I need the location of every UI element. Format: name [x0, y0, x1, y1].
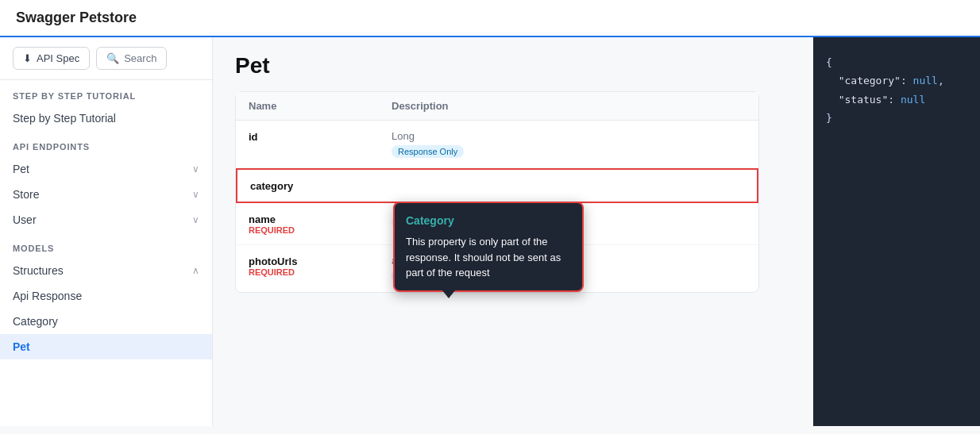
sidebar-toolbar: ⬇ API Spec 🔍 Search — [0, 37, 212, 80]
field-type: Long — [392, 130, 746, 142]
sidebar-section-endpoints: API ENDPOINTS Pet ∨ Store ∨ User ∨ — [0, 131, 212, 232]
header-name: Name — [249, 100, 392, 112]
field-name-cell: name REQUIRED — [249, 213, 392, 235]
search-icon: 🔍 — [106, 52, 119, 64]
sidebar-item-user[interactable]: User ∨ — [0, 207, 212, 232]
code-line: "category": null, — [826, 71, 967, 90]
chevron-down-icon: ∨ — [192, 163, 199, 175]
field-type: array<String> — [392, 255, 746, 267]
field-required-label: REQUIRED — [249, 225, 392, 235]
json-comma: , — [938, 75, 944, 86]
field-desc-cell: Long Response Only — [392, 130, 746, 158]
search-label: Search — [124, 52, 156, 64]
sidebar-item-api-response[interactable]: Api Response — [0, 283, 212, 309]
section-label-endpoints: API ENDPOINTS — [0, 131, 212, 156]
field-required-label: REQUIRED — [249, 267, 392, 277]
json-colon: : — [888, 94, 894, 106]
main-layout: ⬇ API Spec 🔍 Search STEP BY STEP TUTORIA… — [0, 37, 980, 426]
table-row: id Long Response Only — [236, 121, 758, 168]
json-colon: : — [901, 75, 907, 86]
field-name: category — [250, 180, 293, 192]
code-line: "status": null — [826, 90, 967, 109]
chevron-up-icon: ∧ — [192, 265, 199, 276]
table-header: Name Description — [236, 92, 758, 121]
json-value: null — [913, 75, 938, 86]
field-desc-cell: Response Only — [392, 213, 746, 229]
sidebar-item-pet-model[interactable]: Pet — [0, 334, 212, 359]
sidebar-item-store[interactable]: Store ∨ — [0, 182, 212, 207]
chevron-down-icon: ∨ — [192, 189, 199, 200]
sidebar-item-label: User — [13, 213, 37, 226]
response-only-badge: Response Only — [392, 145, 464, 158]
sidebar-section-models: MODELS Structures ∧ Api Response Categor… — [0, 232, 212, 359]
api-spec-label: API Spec — [37, 52, 79, 64]
field-name: name — [249, 213, 276, 225]
schema-table: Name Description id Long Response Only c… — [235, 91, 759, 293]
sidebar-item-category[interactable]: Category — [0, 309, 212, 334]
sidebar-item-label: Store — [13, 188, 39, 201]
content-area: Pet Name Description id Long Response On… — [213, 37, 813, 426]
right-panel: { "category": null, "status": null } — [813, 37, 980, 426]
json-key: "status" — [839, 94, 889, 106]
field-name: photoUrls — [249, 255, 297, 267]
sidebar-item-step-by-step[interactable]: Step by Step Tutorial — [0, 106, 212, 131]
field-desc-cell: array<String> Response Only — [392, 255, 746, 282]
field-name-cell: id — [249, 130, 392, 143]
field-name-cell: photoUrls REQUIRED — [249, 255, 392, 277]
table-row: photoUrls REQUIRED array<String> Respons… — [236, 245, 758, 292]
api-spec-button[interactable]: ⬇ API Spec — [13, 47, 90, 70]
sidebar-item-label: Api Response — [13, 290, 82, 302]
app-header: Swagger Petstore — [0, 0, 980, 37]
sidebar-item-label: Step by Step Tutorial — [13, 112, 116, 125]
json-key: "category" — [839, 75, 901, 86]
field-name: id — [249, 131, 258, 143]
field-name-cell: category — [250, 179, 393, 192]
sidebar-item-structures[interactable]: Structures ∧ — [0, 258, 212, 283]
search-box[interactable]: 🔍 Search — [96, 47, 167, 70]
code-line: } — [826, 109, 967, 127]
code-line: { — [826, 53, 967, 71]
section-label-tutorial: STEP BY STEP TUTORIAL — [0, 80, 212, 106]
chevron-down-icon: ∨ — [192, 214, 199, 225]
sidebar-item-label: Pet — [13, 163, 29, 175]
response-only-badge: Response Only — [392, 270, 464, 282]
table-row: category Category This property is only … — [236, 168, 758, 203]
response-only-badge: Response Only — [392, 216, 464, 229]
page-title: Pet — [235, 53, 791, 79]
sidebar-item-pet[interactable]: Pet ∨ — [0, 156, 212, 182]
sidebar-item-label: Structures — [13, 264, 64, 277]
sidebar-item-label: Category — [13, 315, 58, 328]
table-row: name REQUIRED Response Only — [236, 203, 758, 245]
app-title: Swagger Petstore — [16, 10, 137, 26]
sidebar: ⬇ API Spec 🔍 Search STEP BY STEP TUTORIA… — [0, 37, 213, 426]
header-description: Description — [392, 100, 746, 112]
json-value: null — [901, 94, 925, 106]
sidebar-item-label: Pet — [13, 340, 30, 353]
download-icon: ⬇ — [23, 52, 32, 64]
section-label-models: MODELS — [0, 232, 212, 258]
sidebar-section-tutorial: STEP BY STEP TUTORIAL Step by Step Tutor… — [0, 80, 212, 131]
